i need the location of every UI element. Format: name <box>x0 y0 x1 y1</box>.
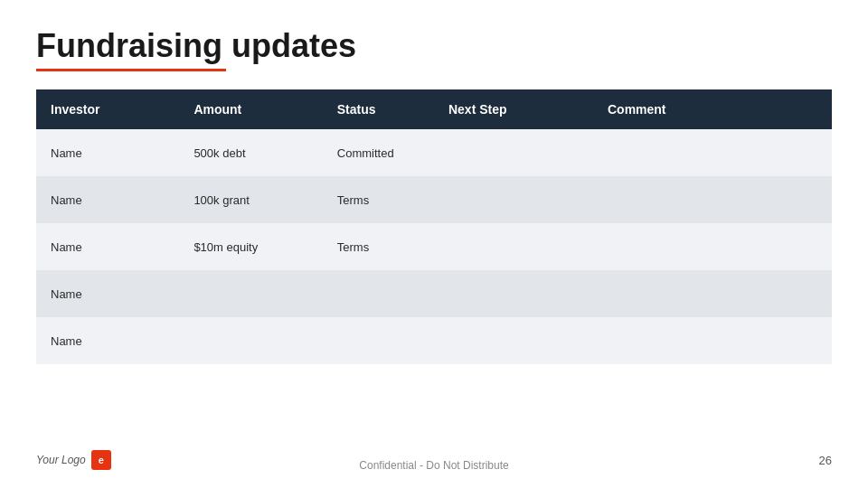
cell-nextstep <box>434 176 593 223</box>
table-row: Name <box>36 317 832 364</box>
table-row: Name500k debtCommitted <box>36 129 832 176</box>
cell-investor: Name <box>36 176 179 223</box>
page-number: 26 <box>819 454 832 467</box>
cell-comment <box>593 317 832 364</box>
cell-comment <box>593 176 832 223</box>
cell-nextstep <box>434 129 593 176</box>
cell-amount <box>179 317 322 364</box>
col-header-status: Status <box>323 89 434 129</box>
cell-comment <box>593 270 832 317</box>
cell-nextstep <box>434 270 593 317</box>
table-container: Investor Amount Status Next Step Comment… <box>36 89 832 441</box>
cell-status: Terms <box>323 176 434 223</box>
cell-amount: 500k debt <box>179 129 322 176</box>
cell-investor: Name <box>36 129 179 176</box>
title-underline <box>36 69 226 71</box>
cell-status <box>323 317 434 364</box>
table-header-row: Investor Amount Status Next Step Comment <box>36 89 832 129</box>
logo-section: Your Logo e <box>36 450 111 470</box>
table-row: Name <box>36 270 832 317</box>
cell-status: Terms <box>323 223 434 270</box>
col-header-nextstep: Next Step <box>434 89 593 129</box>
logo-text: Your Logo <box>36 454 86 466</box>
page-title: Fundraising updates <box>36 27 356 65</box>
table-row: Name100k grantTerms <box>36 176 832 223</box>
cell-amount <box>179 270 322 317</box>
col-header-investor: Investor <box>36 89 179 129</box>
cell-investor: Name <box>36 223 179 270</box>
fundraising-table: Investor Amount Status Next Step Comment… <box>36 89 832 364</box>
col-header-comment: Comment <box>593 89 832 129</box>
cell-nextstep <box>434 317 593 364</box>
cell-investor: Name <box>36 317 179 364</box>
confidential-text: Confidential - Do Not Distribute <box>359 459 508 472</box>
page: Fundraising updates Investor Amount Stat… <box>0 0 868 488</box>
cell-status <box>323 270 434 317</box>
cell-status: Committed <box>323 129 434 176</box>
table-row: Name$10m equityTerms <box>36 223 832 270</box>
logo-icon: e <box>91 450 111 470</box>
col-header-amount: Amount <box>179 89 322 129</box>
cell-comment <box>593 129 832 176</box>
cell-amount: $10m equity <box>179 223 322 270</box>
cell-comment <box>593 223 832 270</box>
cell-amount: 100k grant <box>179 176 322 223</box>
title-section: Fundraising updates <box>36 27 832 71</box>
cell-nextstep <box>434 223 593 270</box>
cell-investor: Name <box>36 270 179 317</box>
